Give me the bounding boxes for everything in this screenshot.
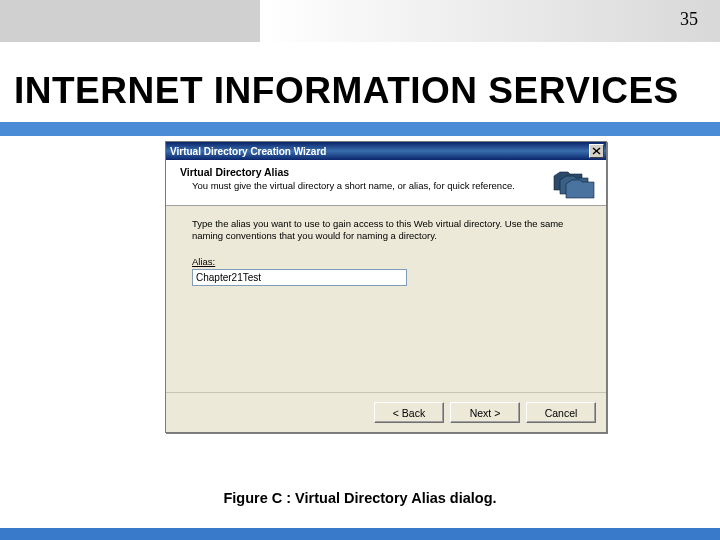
next-button[interactable]: Next > [450, 402, 520, 423]
header-subtitle: You must give the virtual directory a sh… [180, 180, 596, 191]
alias-input[interactable] [192, 269, 407, 286]
alias-label: Alias: [192, 256, 590, 267]
wizard-dialog: Virtual Directory Creation Wizard Virtua… [165, 141, 607, 433]
topbar-left-block [0, 0, 260, 42]
header-panel: Virtual Directory Alias You must give th… [166, 160, 606, 206]
title-underline [0, 122, 720, 136]
close-icon [592, 147, 601, 155]
titlebar-text: Virtual Directory Creation Wizard [170, 146, 589, 157]
back-button[interactable]: < Back [374, 402, 444, 423]
header-title: Virtual Directory Alias [180, 166, 596, 178]
button-row: < Back Next > Cancel [166, 392, 606, 432]
titlebar: Virtual Directory Creation Wizard [166, 142, 606, 160]
body-spacer [166, 296, 606, 392]
body-instructions: Type the alias you want to use to gain a… [192, 218, 590, 242]
slide-title: INTERNET INFORMATION SERVICES [14, 70, 720, 112]
topbar: 35 [0, 0, 720, 42]
figure-caption: Figure C : Virtual Directory Alias dialo… [0, 490, 720, 506]
footer-bar [0, 528, 720, 540]
body-panel: Type the alias you want to use to gain a… [166, 206, 606, 296]
page-number: 35 [680, 9, 698, 30]
folder-stack-icon [552, 166, 596, 204]
close-button[interactable] [589, 144, 604, 158]
cancel-button[interactable]: Cancel [526, 402, 596, 423]
topbar-right-gradient [260, 0, 720, 42]
